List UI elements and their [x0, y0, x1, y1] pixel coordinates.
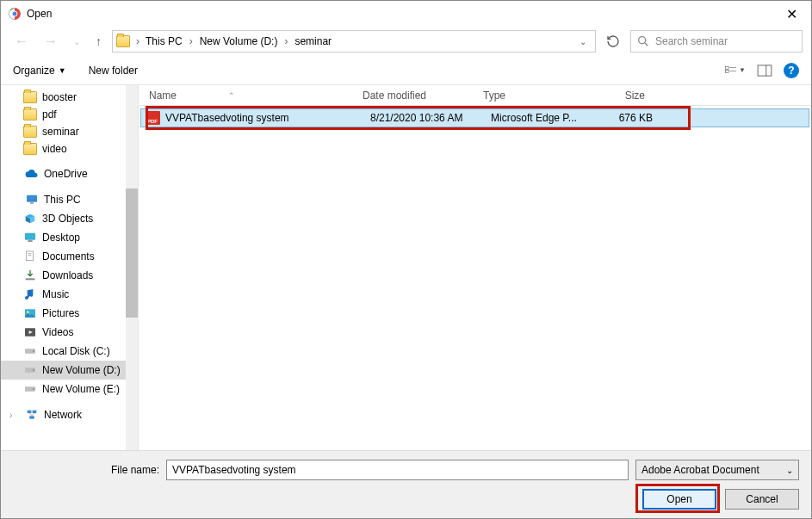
sidebar-scrollbar-thumb[interactable]: [126, 188, 138, 318]
sort-indicator-icon: ⌃: [228, 91, 235, 100]
svg-rect-10: [27, 195, 37, 202]
refresh-button[interactable]: [601, 30, 625, 53]
file-date: 8/21/2020 10:36 AM: [370, 112, 491, 124]
folder-icon: [23, 143, 37, 155]
tree-item[interactable]: seminar: [1, 123, 138, 140]
nav-tree: booster pdf seminar video OneDrive This …: [1, 85, 139, 455]
preview-icon: [756, 65, 773, 77]
chevron-right-icon: ›: [133, 35, 142, 47]
back-button[interactable]: ←: [9, 32, 34, 51]
tree-item[interactable]: Videos: [1, 323, 138, 342]
drive-icon: [23, 363, 37, 377]
tree-item[interactable]: Local Disk (C:): [1, 342, 138, 361]
cloud-icon: [25, 167, 39, 181]
cancel-button[interactable]: Cancel: [725, 489, 799, 510]
column-date[interactable]: Date modified: [363, 90, 483, 102]
close-icon[interactable]: ✕: [779, 6, 804, 22]
tree-item[interactable]: Pictures: [1, 304, 138, 323]
breadcrumb-item[interactable]: This PC: [142, 34, 186, 49]
tree-item[interactable]: 3D Objects: [1, 209, 138, 228]
file-row[interactable]: VVPATbasedvoting system 8/21/2020 10:36 …: [140, 108, 809, 127]
folder-icon: [116, 35, 130, 47]
up-button[interactable]: ↑: [90, 33, 107, 50]
objects-icon: [23, 212, 37, 226]
tree-item-network[interactable]: ›Network: [1, 405, 138, 424]
search-icon: [636, 34, 650, 48]
svg-rect-11: [30, 202, 34, 203]
drive-icon: [23, 382, 37, 396]
organize-button[interactable]: Organize ▼: [13, 65, 66, 77]
pictures-icon: [23, 306, 37, 320]
new-folder-button[interactable]: New folder: [89, 65, 138, 77]
tree-item-onedrive[interactable]: OneDrive: [1, 164, 138, 183]
preview-pane-button[interactable]: [754, 63, 775, 78]
drive-icon: [23, 344, 37, 358]
svg-rect-28: [29, 416, 34, 418]
music-icon: [23, 287, 37, 301]
help-button[interactable]: ?: [784, 63, 799, 78]
app-icon: [8, 7, 22, 21]
svg-rect-8: [758, 65, 772, 75]
filename-label: File name:: [13, 464, 159, 476]
svg-rect-27: [33, 411, 37, 413]
svg-point-18: [27, 311, 29, 313]
chevron-right-icon: ›: [188, 35, 195, 47]
breadcrumb: This PC › New Volume (D:) › seminar: [142, 34, 574, 49]
main-area: booster pdf seminar video OneDrive This …: [1, 85, 811, 455]
svg-point-2: [639, 37, 646, 44]
svg-rect-12: [25, 233, 35, 240]
view-icon: [725, 65, 737, 77]
pc-icon: [25, 193, 39, 207]
recent-dropdown[interactable]: ⌄: [68, 35, 85, 48]
desktop-icon: [23, 231, 37, 244]
tree-item[interactable]: Music: [1, 285, 138, 304]
forward-button[interactable]: →: [39, 32, 63, 51]
breadcrumb-item[interactable]: seminar: [291, 34, 335, 49]
svg-point-25: [33, 388, 34, 389]
tree-item[interactable]: pdf: [1, 106, 138, 123]
file-list: Name⌃ Date modified Type Size VVPATbased…: [139, 85, 811, 455]
column-name[interactable]: Name⌃: [139, 90, 363, 102]
breadcrumb-item[interactable]: New Volume (D:): [196, 34, 282, 49]
svg-rect-13: [28, 240, 32, 241]
address-dropdown[interactable]: ⌄: [574, 37, 592, 46]
tree-item-selected[interactable]: New Volume (D:): [1, 361, 138, 380]
svg-line-3: [645, 43, 648, 46]
chevron-right-icon: ›: [282, 35, 289, 47]
footer: File name: Adobe Acrobat Document ⌄ Open…: [1, 450, 811, 518]
tree-item[interactable]: booster: [1, 89, 138, 106]
column-headers: Name⌃ Date modified Type Size: [139, 85, 811, 106]
chevron-down-icon: ▼: [739, 66, 746, 74]
tree-item-thispc[interactable]: This PC: [1, 190, 138, 209]
filetype-dropdown[interactable]: Adobe Acrobat Document ⌄: [635, 460, 799, 480]
tree-item[interactable]: New Volume (E:): [1, 380, 138, 399]
svg-line-29: [29, 413, 32, 416]
folder-icon: [23, 91, 37, 103]
chevron-down-icon: ⌄: [786, 466, 793, 475]
view-options-button[interactable]: ▼: [725, 63, 746, 78]
tree-item[interactable]: video: [1, 140, 138, 158]
filename-input[interactable]: [166, 460, 629, 480]
svg-rect-14: [26, 251, 33, 261]
tree-item[interactable]: Desktop: [1, 228, 138, 247]
pdf-icon: [146, 111, 160, 125]
tree-item[interactable]: Documents: [1, 247, 138, 266]
videos-icon: [23, 325, 37, 339]
search-input[interactable]: Search seminar: [630, 30, 803, 53]
svg-line-30: [32, 413, 34, 416]
search-placeholder: Search seminar: [655, 35, 728, 47]
svg-point-23: [33, 369, 34, 370]
window-title: Open: [27, 8, 779, 20]
address-bar[interactable]: › This PC › New Volume (D:) › seminar ⌄: [112, 30, 596, 53]
folder-icon: [23, 108, 37, 120]
column-size[interactable]: Size: [586, 90, 655, 102]
svg-point-1: [12, 11, 17, 16]
network-icon: [25, 408, 39, 422]
column-type[interactable]: Type: [483, 90, 586, 102]
open-button[interactable]: Open: [642, 489, 716, 510]
downloads-icon: [23, 269, 37, 282]
tree-item[interactable]: Downloads: [1, 266, 138, 285]
refresh-icon: [606, 34, 620, 48]
toolbar: Organize ▼ New folder ▼ ?: [1, 56, 811, 85]
svg-rect-5: [726, 70, 729, 72]
